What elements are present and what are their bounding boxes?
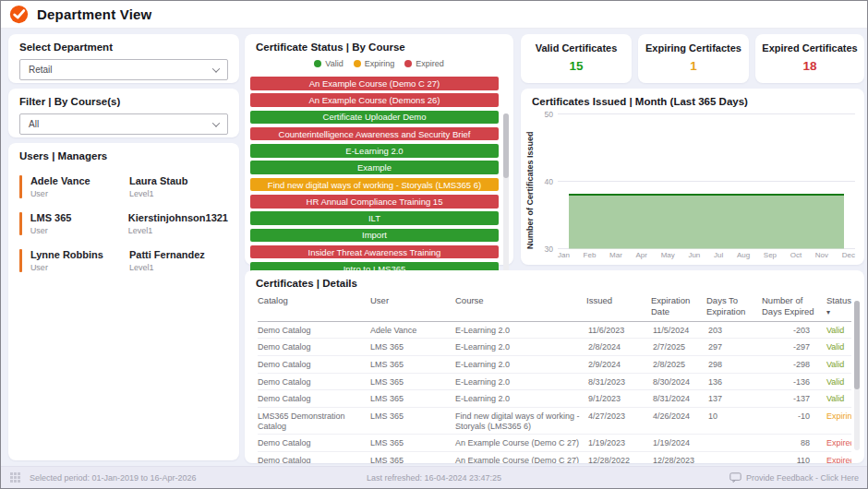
course-status-bar[interactable]: ILT (250, 211, 499, 225)
expiring-certificates-card: Expiring Certifactes 1 (638, 34, 749, 83)
course-status-bar[interactable]: Find new digital ways of working - Story… (250, 178, 499, 192)
cell-catalog: Demo Catalog (258, 342, 368, 352)
expiring-certificates-value: 1 (638, 59, 749, 73)
table-header-row: Catalog User Course Issued Expiration Da… (258, 295, 851, 322)
chevron-down-icon (212, 119, 220, 126)
status-sort-icon[interactable]: ▾ (826, 308, 851, 317)
selected-period-text: Selected period: 01-Jan-2019 to 16-Apr-2… (30, 473, 197, 483)
x-tick-label: Dec (842, 251, 855, 259)
cell-status: Valid (826, 326, 851, 336)
course-filter-dropdown[interactable]: All (19, 113, 228, 135)
course-status-bar[interactable]: E-Learning 2.0 (250, 144, 499, 158)
cell-issued: 1/19/2023 (586, 438, 649, 448)
table-body: Demo Catalog Adele Vance E-Learning 2.0 … (258, 322, 851, 463)
legend-dot-icon (404, 60, 412, 67)
table-row[interactable]: Demo Catalog LMS 365 E-Learning 2.0 2/9/… (258, 356, 851, 374)
table-row[interactable]: Demo Catalog LMS 365 E-Learning 2.0 2/8/… (258, 339, 851, 356)
cell-status: Expired (826, 438, 851, 448)
cell-number-days-expired: -298 (762, 360, 825, 370)
legend-label: Expired (416, 59, 444, 68)
column-header-expiration-date[interactable]: Expiration Date (651, 295, 705, 317)
user-name: Lynne Robbins (30, 249, 129, 260)
cell-user: LMS 365 (370, 456, 453, 463)
table-title: Certificates | Details (245, 270, 864, 289)
cell-user: LMS 365 (370, 438, 453, 448)
cell-expiration: 8/31/2024 (651, 394, 705, 404)
cell-course: E-Learning 2.0 (455, 326, 585, 336)
last-refreshed-text: Last refreshed: 16-04-2024 23:47:25 (367, 473, 501, 483)
user-manager-row[interactable]: LMS 365 User Kierstinjohnson1321 Level1 (19, 212, 228, 235)
column-header-issued[interactable]: Issued (586, 295, 649, 306)
status-bars: An Example Course (Demo C 27)An Example … (250, 77, 499, 292)
x-tick-label: Oct (790, 251, 802, 259)
area-chart-plot[interactable] (558, 113, 855, 255)
cell-catalog: LMS365 Demonstration Catalog (258, 411, 368, 431)
expired-certificates-label: Expired Certificates (755, 42, 864, 54)
user-manager-row[interactable]: Lynne Robbins User Patti Fernandez Level… (19, 249, 228, 272)
chart-x-ticks: JanFebMarAprMayJunJulAugSepOctNovDec (558, 251, 855, 259)
table-row[interactable]: Demo Catalog Adele Vance E-Learning 2.0 … (258, 322, 851, 340)
cell-course: An Example Course (Demo C 27) (455, 438, 585, 448)
scrollbar-thumb[interactable] (503, 113, 509, 178)
x-tick-label: Nov (815, 251, 828, 259)
manager-level: Level1 (128, 226, 228, 235)
column-header-catalog[interactable]: Catalog (258, 295, 368, 306)
column-header-user[interactable]: User (370, 295, 453, 306)
department-dropdown[interactable]: Retail (19, 59, 228, 80)
table-row[interactable]: Demo Catalog LMS 365 An Example Course (… (258, 452, 851, 463)
cell-status: Valid (826, 394, 851, 404)
table-row[interactable]: Demo Catalog LMS 365 E-Learning 2.0 8/31… (258, 374, 851, 391)
course-status-bar[interactable]: Counterintelligence Awareness and Securi… (250, 127, 499, 141)
legend-item[interactable]: Expired (404, 59, 444, 68)
cell-course: An Example Course (Demo C 27) (455, 456, 585, 463)
course-status-bar[interactable]: An Example Course (Demo C 27) (250, 77, 499, 90)
cell-status: Expiring (826, 411, 851, 422)
y-tick-label: 40 (536, 177, 553, 186)
legend-item[interactable]: Valid (314, 59, 343, 68)
table-row[interactable]: LMS365 Demonstration Catalog LMS 365 Fin… (258, 408, 851, 435)
manager-name: Kierstinjohnson1321 (128, 212, 228, 223)
course-status-bar[interactable]: Certificate Uploader Demo (250, 111, 499, 125)
cell-expiration: 2/7/2025 (651, 342, 705, 352)
certificates-details-card: Certificates | Details Catalog User Cour… (245, 270, 864, 463)
user-manager-row[interactable]: Adele Vance User Laura Staub Level1 (19, 175, 228, 198)
chart-y-axis-label: Number of Certificates Issued (525, 114, 535, 249)
y-tick-label: 30 (536, 244, 553, 254)
column-header-number-days-expired[interactable]: Number of Days Expired (762, 295, 825, 317)
column-header-days-to-expiration[interactable]: Days To Expiration (706, 295, 760, 317)
manager-name: Laura Staub (129, 175, 228, 186)
table-scrollbar[interactable] (854, 301, 860, 450)
table-row[interactable]: Demo Catalog LMS 365 E-Learning 2.0 9/1/… (258, 390, 851, 408)
cell-issued: 8/31/2023 (586, 377, 649, 388)
cell-number-days-expired: -297 (762, 342, 825, 352)
course-status-bar[interactable]: Insider Threat Awareness Training (250, 245, 499, 259)
users-managers-list: Adele Vance User Laura Staub Level1 LMS … (8, 175, 239, 272)
scrollbar-thumb[interactable] (854, 301, 860, 389)
column-header-status[interactable]: Status ▾ (826, 295, 851, 317)
valid-certificates-label: Valid Certificates (521, 42, 632, 54)
cell-user: LMS 365 (370, 342, 453, 352)
column-header-course[interactable]: Course (455, 295, 585, 306)
cell-days-to-expiration: 203 (706, 326, 760, 336)
cell-course: E-Learning 2.0 (455, 342, 585, 352)
row-accent-bar (19, 249, 22, 272)
cell-user: LMS 365 (370, 394, 453, 404)
course-status-bar[interactable]: An Example Course (Demons 26) (250, 93, 499, 107)
filter-grid-icon (10, 472, 20, 483)
cell-catalog: Demo Catalog (258, 456, 368, 463)
expired-certificates-value: 18 (755, 59, 864, 73)
legend-item[interactable]: Expiring (354, 59, 395, 68)
table-row[interactable]: Demo Catalog LMS 365 An Example Course (… (258, 435, 851, 452)
app-header: Department View (1, 1, 867, 29)
user-role: User (30, 263, 129, 272)
status-scrollbar[interactable] (503, 113, 509, 291)
legend-label: Valid (325, 59, 343, 68)
cell-days-to-expiration: 10 (706, 411, 760, 422)
feedback-link[interactable]: Provide Feedback - Click Here (729, 472, 867, 483)
x-tick-label: May (661, 251, 675, 259)
legend-dot-icon (354, 60, 361, 67)
course-status-bar[interactable]: Import (250, 229, 499, 243)
course-status-bar[interactable]: Example (250, 161, 499, 174)
valid-certificates-value: 15 (521, 59, 632, 73)
course-status-bar[interactable]: HR Annual Compliance Training 15 (250, 195, 499, 209)
